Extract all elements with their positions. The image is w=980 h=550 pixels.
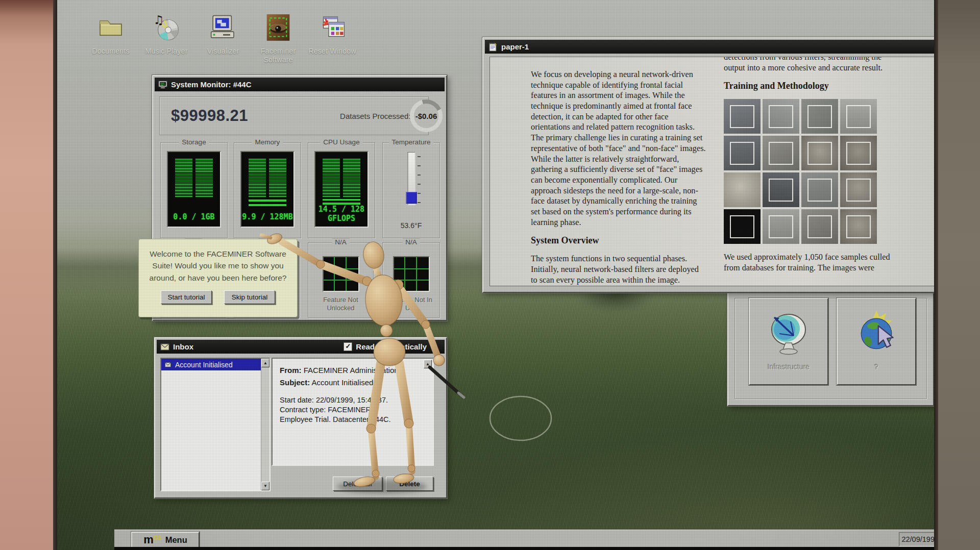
os-logo: m: [143, 533, 153, 546]
datasets-processed: Datasets Processed: 0: [340, 112, 417, 120]
desktop-icon-label: Faceminer Software: [253, 47, 304, 65]
desktop-icon-music-player[interactable]: ♫ Music Player: [141, 13, 192, 56]
paper-titlebar[interactable]: paper-1 ✕: [485, 40, 934, 54]
inbox-titlebar[interactable]: Inbox Read Automatically: [157, 340, 445, 354]
paper-heading: Training and Methodology: [724, 80, 900, 92]
computer-icon: [209, 13, 237, 42]
balance-panel: $99998.21 Datasets Processed: 0: [159, 96, 429, 135]
monitor-bezel-right: [934, 0, 938, 550]
monitor-bezel-left: [53, 0, 57, 550]
inbox-message-list: Account Initialised ▲ ▼: [160, 358, 271, 491]
balance-value: $99998.21: [171, 107, 248, 125]
cpu-value: 14.5 / 128 GFLOPS: [315, 205, 368, 224]
rate-ring-gauge: -$0.06: [410, 99, 443, 132]
inbox-reading-pane: From: FACEMINER Administration Subject: …: [272, 358, 434, 466]
temperature-gauge: Temperature 53.6°F: [382, 142, 440, 238]
rate-delta: -$0.06: [410, 99, 443, 132]
read-automatically-label: Read Automatically: [356, 342, 427, 351]
gauge-label: Storage: [179, 138, 209, 146]
storage-lcd: 0.0 / 1GB: [167, 151, 221, 228]
drawn-circle: [460, 388, 583, 449]
unknown-feature-button-label: ?: [838, 363, 915, 371]
delete-button[interactable]: Delete: [386, 477, 433, 491]
memory-value: 9.9 / 128MB: [241, 212, 293, 221]
desktop-icon-label: Documents: [85, 47, 136, 56]
read-automatically-checkbox[interactable]: [344, 342, 352, 351]
unknown-feature-button[interactable]: ?: [837, 298, 916, 385]
monitor-icon: [158, 81, 167, 89]
svg-text:♫: ♫: [153, 13, 164, 27]
tutorial-popup: Welcome to the FACEMINER Software Suite!…: [138, 239, 298, 317]
globe-cursor-icon: [853, 309, 900, 356]
message-subject: Account Initialised: [175, 361, 233, 369]
paper-sheet: We focus on developing a neural network-…: [489, 57, 934, 286]
subject-value: Account Initialised: [312, 378, 374, 387]
music-cd-icon: ♫: [152, 13, 181, 42]
gauge-label: Temperature: [389, 138, 434, 146]
desktop-icon-reset-window[interactable]: Reset Window: [307, 13, 358, 56]
inbox-window: Inbox Read Automatically Account Initial…: [154, 337, 447, 498]
from-label: From:: [280, 366, 302, 374]
paper-heading: System Overview: [531, 235, 707, 246]
crt-screen: Documents ♫ Music Player: [57, 0, 934, 550]
taskbar: mOS Menu 22/09/1999, 15:42:47: [114, 530, 934, 547]
start-tutorial-button[interactable]: Start tutorial: [161, 290, 212, 304]
locked-grid-display: [323, 256, 359, 292]
window-title: Inbox: [173, 342, 193, 351]
wall-right: [938, 0, 980, 550]
wall-left: [0, 0, 53, 550]
paper-window: paper-1 ✕ We focus on developing a neura…: [482, 37, 934, 293]
memory-lcd: 9.9 / 128MB: [240, 151, 295, 228]
paper-paragraph: We used approximately 1,050 face samples…: [724, 252, 900, 273]
list-scrollbar[interactable]: ▲ ▼: [261, 359, 270, 490]
infrastructure-panel: Infrastructure ?: [727, 291, 934, 406]
desktop-icon-label: Reset Window: [307, 47, 358, 56]
gauge-label: Memory: [252, 138, 283, 146]
locked-gauge-3: N/A Feature NotUnlocked: [308, 242, 374, 318]
infrastructure-button-label: Infrastructure: [750, 363, 827, 371]
eye-scan-icon: [264, 13, 292, 42]
temperature-value: 53.6°F: [383, 221, 439, 230]
envelope-icon: [164, 362, 172, 367]
desktop-icon-faceminer-software[interactable]: Faceminer Software: [253, 13, 304, 65]
game-scene: Documents ♫ Music Player: [0, 0, 980, 550]
locked-grid-display: [393, 256, 430, 292]
folder-icon: [96, 13, 125, 42]
system-monitor-titlebar[interactable]: System Monitor: #44C: [155, 78, 445, 91]
datasets-label: Datasets Processed:: [340, 112, 410, 120]
scroll-up-icon[interactable]: ▲: [261, 359, 270, 367]
scroll-up-icon[interactable]: ▲: [424, 360, 432, 368]
screen-bottom-strip: [114, 547, 934, 550]
desktop-icon-visualizer[interactable]: Visualizer: [198, 13, 249, 56]
paper-column-2: detections from various filters, streaml…: [724, 57, 900, 281]
message-body: Start date: 22/09/1999, 15:40:37. Contra…: [280, 395, 426, 424]
reset-windows-icon: [318, 13, 347, 42]
desktop-icon-label: Visualizer: [198, 47, 249, 56]
list-item-selected[interactable]: Account Initialised: [161, 359, 261, 370]
paper-paragraph: We focus on developing a neural network-…: [531, 69, 707, 228]
notepad-icon: [488, 42, 498, 52]
memory-gauge: Memory 9.9 / 128MB: [234, 142, 301, 238]
temperature-slider-thumb[interactable]: [406, 192, 416, 204]
scroll-down-icon[interactable]: ▼: [261, 482, 270, 490]
paper-paragraph: The system functions in two sequential p…: [531, 254, 707, 286]
taskbar-clock: 22/09/1999, 15:42:47: [899, 532, 934, 546]
from-value: FACEMINER Administration: [304, 366, 399, 374]
infrastructure-button[interactable]: Infrastructure: [749, 298, 828, 385]
locked-gauge-4: N/A Feature Not InUse: [382, 242, 440, 318]
window-title: paper-1: [501, 42, 529, 51]
menu-button[interactable]: mOS Menu: [131, 532, 200, 548]
face-samples-figure: [724, 99, 877, 244]
storage-value: 0.0 / 1GB: [168, 212, 220, 221]
tutorial-message: Welcome to the FACEMINER Software Suite!…: [148, 248, 288, 284]
delete-all-button[interactable]: Delete all: [333, 477, 382, 491]
skip-tutorial-button[interactable]: Skip tutorial: [224, 290, 275, 304]
desktop-icon-label: Music Player: [141, 47, 192, 56]
cpu-lcd: 14.5 / 128 GFLOPS: [314, 151, 369, 228]
satellite-dish-icon: [764, 309, 813, 358]
subject-label: Subject:: [280, 378, 310, 387]
paper-column-1: We focus on developing a neural network-…: [531, 69, 707, 286]
desktop-icon-documents[interactable]: Documents: [85, 13, 136, 56]
menu-label: Menu: [165, 535, 187, 545]
cpu-gauge: CPU Usage 14.5 / 128 GFLOPS: [308, 142, 375, 238]
